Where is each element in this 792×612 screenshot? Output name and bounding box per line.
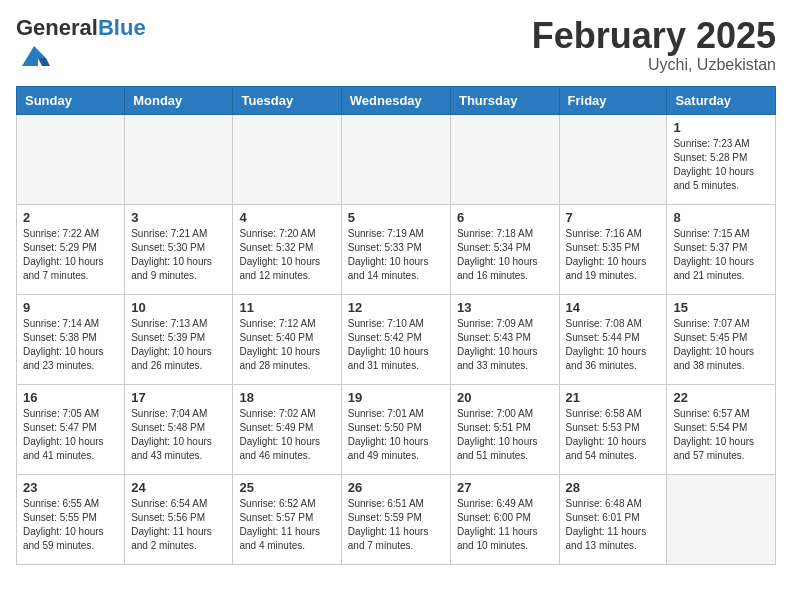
calendar-header-row: SundayMondayTuesdayWednesdayThursdayFrid… bbox=[17, 87, 776, 115]
calendar-cell: 2Sunrise: 7:22 AM Sunset: 5:29 PM Daylig… bbox=[17, 205, 125, 295]
calendar-week-row: 9Sunrise: 7:14 AM Sunset: 5:38 PM Daylig… bbox=[17, 295, 776, 385]
day-info: Sunrise: 7:23 AM Sunset: 5:28 PM Dayligh… bbox=[673, 137, 769, 193]
calendar-cell: 3Sunrise: 7:21 AM Sunset: 5:30 PM Daylig… bbox=[125, 205, 233, 295]
day-number: 27 bbox=[457, 480, 553, 495]
calendar-cell bbox=[125, 115, 233, 205]
calendar-cell: 7Sunrise: 7:16 AM Sunset: 5:35 PM Daylig… bbox=[559, 205, 667, 295]
calendar-cell: 1Sunrise: 7:23 AM Sunset: 5:28 PM Daylig… bbox=[667, 115, 776, 205]
day-number: 19 bbox=[348, 390, 444, 405]
day-info: Sunrise: 6:58 AM Sunset: 5:53 PM Dayligh… bbox=[566, 407, 661, 463]
logo-text: GeneralBlue bbox=[16, 16, 146, 40]
title-block: February 2025 Uychi, Uzbekistan bbox=[532, 16, 776, 74]
calendar-cell bbox=[233, 115, 341, 205]
calendar-cell: 11Sunrise: 7:12 AM Sunset: 5:40 PM Dayli… bbox=[233, 295, 341, 385]
calendar-cell bbox=[450, 115, 559, 205]
calendar-cell: 19Sunrise: 7:01 AM Sunset: 5:50 PM Dayli… bbox=[341, 385, 450, 475]
calendar-cell: 6Sunrise: 7:18 AM Sunset: 5:34 PM Daylig… bbox=[450, 205, 559, 295]
month-year: February 2025 bbox=[532, 16, 776, 56]
day-number: 13 bbox=[457, 300, 553, 315]
calendar-cell: 8Sunrise: 7:15 AM Sunset: 5:37 PM Daylig… bbox=[667, 205, 776, 295]
calendar-cell: 21Sunrise: 6:58 AM Sunset: 5:53 PM Dayli… bbox=[559, 385, 667, 475]
calendar-cell: 14Sunrise: 7:08 AM Sunset: 5:44 PM Dayli… bbox=[559, 295, 667, 385]
day-info: Sunrise: 7:07 AM Sunset: 5:45 PM Dayligh… bbox=[673, 317, 769, 373]
day-number: 7 bbox=[566, 210, 661, 225]
day-number: 11 bbox=[239, 300, 334, 315]
calendar-cell bbox=[667, 475, 776, 565]
calendar-cell: 18Sunrise: 7:02 AM Sunset: 5:49 PM Dayli… bbox=[233, 385, 341, 475]
logo-icon bbox=[18, 40, 50, 72]
calendar-cell: 5Sunrise: 7:19 AM Sunset: 5:33 PM Daylig… bbox=[341, 205, 450, 295]
day-number: 9 bbox=[23, 300, 118, 315]
calendar-cell: 26Sunrise: 6:51 AM Sunset: 5:59 PM Dayli… bbox=[341, 475, 450, 565]
day-number: 25 bbox=[239, 480, 334, 495]
calendar-cell: 25Sunrise: 6:52 AM Sunset: 5:57 PM Dayli… bbox=[233, 475, 341, 565]
day-number: 18 bbox=[239, 390, 334, 405]
day-info: Sunrise: 7:14 AM Sunset: 5:38 PM Dayligh… bbox=[23, 317, 118, 373]
calendar-week-row: 2Sunrise: 7:22 AM Sunset: 5:29 PM Daylig… bbox=[17, 205, 776, 295]
day-info: Sunrise: 7:09 AM Sunset: 5:43 PM Dayligh… bbox=[457, 317, 553, 373]
day-info: Sunrise: 7:08 AM Sunset: 5:44 PM Dayligh… bbox=[566, 317, 661, 373]
calendar-cell bbox=[341, 115, 450, 205]
day-info: Sunrise: 7:15 AM Sunset: 5:37 PM Dayligh… bbox=[673, 227, 769, 283]
day-number: 17 bbox=[131, 390, 226, 405]
calendar-cell: 12Sunrise: 7:10 AM Sunset: 5:42 PM Dayli… bbox=[341, 295, 450, 385]
day-info: Sunrise: 7:05 AM Sunset: 5:47 PM Dayligh… bbox=[23, 407, 118, 463]
calendar-cell: 9Sunrise: 7:14 AM Sunset: 5:38 PM Daylig… bbox=[17, 295, 125, 385]
day-info: Sunrise: 7:19 AM Sunset: 5:33 PM Dayligh… bbox=[348, 227, 444, 283]
day-number: 14 bbox=[566, 300, 661, 315]
calendar-cell: 24Sunrise: 6:54 AM Sunset: 5:56 PM Dayli… bbox=[125, 475, 233, 565]
day-info: Sunrise: 6:54 AM Sunset: 5:56 PM Dayligh… bbox=[131, 497, 226, 553]
day-info: Sunrise: 6:49 AM Sunset: 6:00 PM Dayligh… bbox=[457, 497, 553, 553]
calendar-cell: 4Sunrise: 7:20 AM Sunset: 5:32 PM Daylig… bbox=[233, 205, 341, 295]
day-info: Sunrise: 7:00 AM Sunset: 5:51 PM Dayligh… bbox=[457, 407, 553, 463]
day-info: Sunrise: 7:16 AM Sunset: 5:35 PM Dayligh… bbox=[566, 227, 661, 283]
weekday-header: Wednesday bbox=[341, 87, 450, 115]
calendar-week-row: 23Sunrise: 6:55 AM Sunset: 5:55 PM Dayli… bbox=[17, 475, 776, 565]
day-number: 16 bbox=[23, 390, 118, 405]
calendar-cell: 20Sunrise: 7:00 AM Sunset: 5:51 PM Dayli… bbox=[450, 385, 559, 475]
calendar-cell: 27Sunrise: 6:49 AM Sunset: 6:00 PM Dayli… bbox=[450, 475, 559, 565]
day-number: 20 bbox=[457, 390, 553, 405]
calendar-cell: 17Sunrise: 7:04 AM Sunset: 5:48 PM Dayli… bbox=[125, 385, 233, 475]
day-number: 8 bbox=[673, 210, 769, 225]
calendar-cell: 23Sunrise: 6:55 AM Sunset: 5:55 PM Dayli… bbox=[17, 475, 125, 565]
day-info: Sunrise: 6:55 AM Sunset: 5:55 PM Dayligh… bbox=[23, 497, 118, 553]
day-info: Sunrise: 7:18 AM Sunset: 5:34 PM Dayligh… bbox=[457, 227, 553, 283]
day-info: Sunrise: 6:48 AM Sunset: 6:01 PM Dayligh… bbox=[566, 497, 661, 553]
day-number: 26 bbox=[348, 480, 444, 495]
page-header: GeneralBlue February 2025 Uychi, Uzbekis… bbox=[16, 16, 776, 76]
weekday-header: Thursday bbox=[450, 87, 559, 115]
day-number: 15 bbox=[673, 300, 769, 315]
calendar-cell bbox=[559, 115, 667, 205]
calendar-cell: 22Sunrise: 6:57 AM Sunset: 5:54 PM Dayli… bbox=[667, 385, 776, 475]
calendar-week-row: 1Sunrise: 7:23 AM Sunset: 5:28 PM Daylig… bbox=[17, 115, 776, 205]
day-info: Sunrise: 7:01 AM Sunset: 5:50 PM Dayligh… bbox=[348, 407, 444, 463]
calendar-cell: 13Sunrise: 7:09 AM Sunset: 5:43 PM Dayli… bbox=[450, 295, 559, 385]
day-number: 3 bbox=[131, 210, 226, 225]
day-number: 5 bbox=[348, 210, 444, 225]
logo: GeneralBlue bbox=[16, 16, 146, 76]
logo-general: General bbox=[16, 15, 98, 40]
weekday-header: Friday bbox=[559, 87, 667, 115]
calendar-cell: 28Sunrise: 6:48 AM Sunset: 6:01 PM Dayli… bbox=[559, 475, 667, 565]
svg-marker-1 bbox=[38, 58, 50, 66]
day-number: 6 bbox=[457, 210, 553, 225]
calendar-table: SundayMondayTuesdayWednesdayThursdayFrid… bbox=[16, 86, 776, 565]
day-number: 12 bbox=[348, 300, 444, 315]
day-info: Sunrise: 6:51 AM Sunset: 5:59 PM Dayligh… bbox=[348, 497, 444, 553]
day-info: Sunrise: 6:52 AM Sunset: 5:57 PM Dayligh… bbox=[239, 497, 334, 553]
calendar-cell: 15Sunrise: 7:07 AM Sunset: 5:45 PM Dayli… bbox=[667, 295, 776, 385]
weekday-header: Sunday bbox=[17, 87, 125, 115]
calendar-week-row: 16Sunrise: 7:05 AM Sunset: 5:47 PM Dayli… bbox=[17, 385, 776, 475]
day-info: Sunrise: 7:22 AM Sunset: 5:29 PM Dayligh… bbox=[23, 227, 118, 283]
day-number: 24 bbox=[131, 480, 226, 495]
day-info: Sunrise: 7:21 AM Sunset: 5:30 PM Dayligh… bbox=[131, 227, 226, 283]
day-info: Sunrise: 7:12 AM Sunset: 5:40 PM Dayligh… bbox=[239, 317, 334, 373]
day-info: Sunrise: 7:20 AM Sunset: 5:32 PM Dayligh… bbox=[239, 227, 334, 283]
calendar-cell: 16Sunrise: 7:05 AM Sunset: 5:47 PM Dayli… bbox=[17, 385, 125, 475]
calendar-cell bbox=[17, 115, 125, 205]
day-number: 23 bbox=[23, 480, 118, 495]
day-info: Sunrise: 6:57 AM Sunset: 5:54 PM Dayligh… bbox=[673, 407, 769, 463]
location: Uychi, Uzbekistan bbox=[532, 56, 776, 74]
day-number: 28 bbox=[566, 480, 661, 495]
